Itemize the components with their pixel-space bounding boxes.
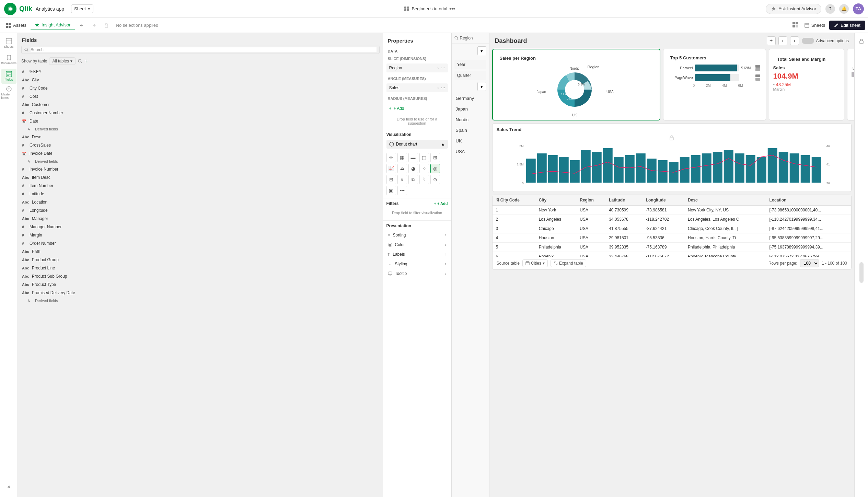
field-item-longitude[interactable]: # Longitude xyxy=(18,206,383,215)
viz-bar-icon[interactable]: ▬ xyxy=(408,153,418,162)
add-field-icon[interactable]: + xyxy=(84,58,88,64)
profit-margin-card[interactable]: Profit Margin -50.0% 50.0% xyxy=(847,49,855,120)
table-row[interactable]: 2 Los Angeles USA 34.053678 -118.242702 … xyxy=(493,215,852,224)
field-item-invoicenumber[interactable]: # Invoice Number xyxy=(18,165,383,173)
sidebar-lock-icon[interactable] xyxy=(856,36,867,47)
sidebar-collapse-item[interactable] xyxy=(1,479,16,494)
styling-item[interactable]: Styling › xyxy=(386,259,448,269)
field-item-derived1[interactable]: ↳ Derived fields xyxy=(18,125,383,133)
labels-item[interactable]: T Labels › xyxy=(386,250,448,259)
user-avatar[interactable]: TA xyxy=(853,3,864,14)
quarter-dropdown-button[interactable]: ▾ xyxy=(477,82,486,91)
region-item-spain[interactable]: Spain xyxy=(452,125,489,136)
back-button[interactable] xyxy=(76,21,87,30)
color-item[interactable]: Color › xyxy=(386,240,448,250)
col-citycode[interactable]: ⇅ City Code xyxy=(493,195,535,206)
add-filter-button[interactable]: + + Add xyxy=(434,201,448,206)
region-item-uk[interactable]: UK xyxy=(452,136,489,146)
tooltip-item[interactable]: Tooltip › xyxy=(386,269,448,278)
field-item-productgroup[interactable]: Abc Product Group xyxy=(18,256,383,264)
viz-donut-icon[interactable]: ◎ xyxy=(430,164,440,173)
sidebar-scrollbar[interactable] xyxy=(859,262,864,283)
table-row[interactable]: 6 Phoenix USA 33.446768 -112.075672 Phoe… xyxy=(493,252,852,257)
viz-table-icon[interactable]: ▦ xyxy=(397,153,407,162)
field-item-managernumber[interactable]: # Manager Number xyxy=(18,223,383,231)
grid-view-button[interactable] xyxy=(790,20,800,31)
viz-gauge-icon[interactable]: ⊙ xyxy=(430,175,440,184)
col-location[interactable]: Location xyxy=(766,195,851,206)
viz-combo-icon[interactable]: ⬚ xyxy=(419,153,429,162)
field-item-location[interactable]: Abc Location xyxy=(18,198,383,206)
col-city[interactable]: City xyxy=(535,195,577,206)
slice-expand-icon[interactable]: › xyxy=(438,66,439,70)
field-item-city[interactable]: Abc City xyxy=(18,76,383,84)
sidebar-master-items[interactable]: Master items xyxy=(1,85,16,100)
field-item-key[interactable]: # %KEY xyxy=(18,68,383,76)
sorting-item[interactable]: ≡ Sorting › xyxy=(386,230,448,240)
angle-expand-icon[interactable]: › xyxy=(438,85,439,90)
advanced-toggle-switch[interactable] xyxy=(802,38,814,44)
viz-pencil-icon[interactable]: ✏ xyxy=(386,153,396,162)
table-row[interactable]: 4 Houston USA 29.981501 -95.53836 Housto… xyxy=(493,233,852,243)
sidebar-bookmarks-item[interactable]: Bookmarks xyxy=(1,52,16,67)
field-item-productline[interactable]: Abc Product Line xyxy=(18,264,383,272)
field-item-producttype[interactable]: Abc Product Type xyxy=(18,280,383,289)
field-item-productsubgroup[interactable]: Abc Product Sub Group xyxy=(18,272,383,280)
source-select[interactable]: Cities ▾ xyxy=(522,259,548,267)
sidebar-sheets-item[interactable]: Sheets xyxy=(1,36,16,51)
col-desc[interactable]: Desc xyxy=(684,195,766,206)
slice-field-row[interactable]: Region › ⋯ xyxy=(386,63,448,72)
field-item-latitude[interactable]: # Latitude xyxy=(18,190,383,198)
viz-area-icon[interactable]: ⛰ xyxy=(397,164,407,173)
col-longitude[interactable]: Longitude xyxy=(643,195,684,206)
quarter-label[interactable]: Quarter xyxy=(454,71,486,80)
sheets-button[interactable]: Sheets xyxy=(802,21,828,30)
sidebar-fields-item[interactable]: Fields xyxy=(1,69,16,84)
notifications-button[interactable]: 🔔 xyxy=(839,4,849,14)
add-measure-button[interactable]: + + Add xyxy=(386,104,448,113)
viz-more-icon[interactable]: ••• xyxy=(397,186,407,195)
table-wrapper[interactable]: ⇅ City Code City Region Latitude Longitu… xyxy=(493,195,852,257)
region-dropdown-button[interactable]: ▾ xyxy=(477,46,486,55)
region-item-usa[interactable]: USA xyxy=(452,146,489,157)
viz-pie-icon[interactable]: ◕ xyxy=(408,164,418,173)
search-fields-icon[interactable] xyxy=(78,59,82,63)
viz-treemap-icon[interactable]: ⧉ xyxy=(408,175,418,184)
table-row[interactable]: 1 New York USA 40.730599 -73.986581 New … xyxy=(493,206,852,215)
more-options-button[interactable]: ••• xyxy=(449,6,455,12)
field-item-manager[interactable]: Abc Manager xyxy=(18,215,383,223)
viz-line-icon[interactable]: 📈 xyxy=(386,164,396,173)
angle-field-row[interactable]: Sales › ⋯ xyxy=(386,83,448,92)
next-chart-button[interactable]: › xyxy=(790,36,799,45)
sales-per-region-card[interactable]: Sales per Region Region Nordic Japan USA xyxy=(492,49,660,120)
sales-trend-section[interactable]: Sales Trend 5M 2.5M 0 46 41 36 xyxy=(492,123,852,192)
total-sales-card[interactable]: Total Sales and Margin Sales 104.9M • 43… xyxy=(769,49,844,120)
search-input[interactable] xyxy=(31,47,377,52)
field-item-customer[interactable]: Abc Customer xyxy=(18,101,383,109)
viz-pivot-icon[interactable]: ⊟ xyxy=(386,175,396,184)
edit-sheet-button[interactable]: Edit sheet xyxy=(829,21,865,30)
assets-button[interactable]: Assets xyxy=(3,21,29,30)
field-item-grosssales[interactable]: # GrossSales xyxy=(18,141,383,149)
rows-per-page-select[interactable]: 100 50 25 xyxy=(800,259,819,267)
field-item-derived3[interactable]: ↳ Derived fields xyxy=(18,297,383,304)
region-item-nordic[interactable]: Nordic xyxy=(452,114,489,125)
viz-bullet-icon[interactable]: ▣ xyxy=(386,186,396,195)
slice-more-icon[interactable]: ⋯ xyxy=(441,66,445,70)
insight-advisor-tab[interactable]: Insight Advisor xyxy=(31,20,75,30)
forward-button[interactable] xyxy=(89,21,100,30)
year-label[interactable]: Year xyxy=(454,60,486,69)
field-item-ordernumber[interactable]: # Order Number xyxy=(18,239,383,247)
region-item-germany[interactable]: Germany xyxy=(452,93,489,104)
add-chart-button[interactable]: + xyxy=(767,36,776,45)
table-select[interactable]: All tables ▾ xyxy=(49,57,76,65)
donut-selector[interactable]: Donut chart ▲ xyxy=(386,140,448,149)
viz-scatter-icon[interactable]: ⁘ xyxy=(419,164,429,173)
region-item-japan[interactable]: Japan xyxy=(452,104,489,114)
expand-table-button[interactable]: Expand table xyxy=(551,259,586,267)
table-row[interactable]: 5 Philadelphia USA 39.952335 -75.163789 … xyxy=(493,243,852,252)
top-customers-card[interactable]: Top 5 Customers Paracel 5.69M xyxy=(663,49,766,120)
help-button[interactable]: ? xyxy=(825,4,835,14)
field-item-cost[interactable]: # Cost xyxy=(18,92,383,101)
ask-insight-button[interactable]: Ask Insight Advisor xyxy=(766,4,821,14)
